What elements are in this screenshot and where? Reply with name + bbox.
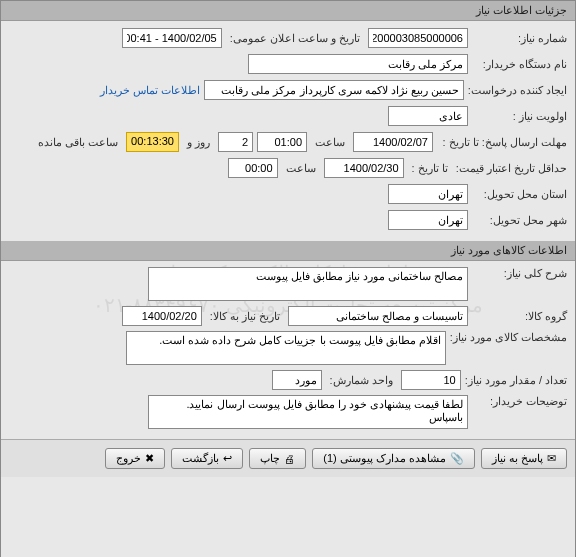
unit-label: واحد شمارش: <box>326 374 397 387</box>
row-buyer-note: توضیحات خریدار: <box>9 395 567 429</box>
public-datetime-field[interactable] <box>122 28 222 48</box>
exit-button-label: خروج <box>116 452 141 465</box>
back-button-label: بازگشت <box>182 452 219 465</box>
row-buyer-org: نام دستگاه خریدار: <box>9 53 567 75</box>
public-datetime-label: تاریخ و ساعت اعلان عمومی: <box>226 32 364 45</box>
deadline-label: مهلت ارسال پاسخ: تا تاریخ : <box>437 136 567 149</box>
row-province: استان محل تحویل: <box>9 183 567 205</box>
spec-label: مشخصات کالای مورد نیاز: <box>450 331 567 344</box>
blank-area <box>1 477 575 557</box>
attachments-icon: 📎 <box>450 452 464 465</box>
row-group: گروه کالا: تاریخ نیاز به کالا: <box>9 305 567 327</box>
row-need-number: شماره نیاز: تاریخ و ساعت اعلان عمومی: <box>9 27 567 49</box>
row-priority: اولویت نیاز : <box>9 105 567 127</box>
remaining-time: 00:13:30 <box>126 132 179 152</box>
group-field[interactable] <box>288 306 468 326</box>
group-label: گروه کالا: <box>472 310 567 323</box>
desc-label: شرح کلی نیاز: <box>472 267 567 280</box>
button-bar: ✉ پاسخ به نیاز 📎 مشاهده مدارک پیوستی (1)… <box>1 439 575 477</box>
row-spec: مشخصات کالای مورد نیاز: <box>9 331 567 365</box>
need-number-field[interactable] <box>368 28 468 48</box>
validity-time-label: ساعت <box>282 162 320 175</box>
days-field[interactable] <box>218 132 253 152</box>
city-field[interactable] <box>388 210 468 230</box>
section1-header: جزئیات اطلاعات نیاز <box>1 1 575 21</box>
back-button[interactable]: ↩ بازگشت <box>171 448 243 469</box>
deadline-date-field[interactable] <box>353 132 433 152</box>
section2-header: اطلاعات کالاهای مورد نیاز <box>1 241 575 261</box>
need-date-field[interactable] <box>122 306 202 326</box>
deadline-time-field[interactable] <box>257 132 307 152</box>
priority-label: اولویت نیاز : <box>472 110 567 123</box>
validity-label: حداقل تاریخ اعتبار قیمت: <box>456 162 567 175</box>
unit-field[interactable] <box>272 370 322 390</box>
buyer-org-field[interactable] <box>248 54 468 74</box>
row-desc: شرح کلی نیاز: <box>9 267 567 301</box>
row-requester: ایجاد کننده درخواست: اطلاعات تماس خریدار <box>9 79 567 101</box>
attachments-button[interactable]: 📎 مشاهده مدارک پیوستی (1) <box>312 448 475 469</box>
reply-button-label: پاسخ به نیاز <box>492 452 543 465</box>
province-field[interactable] <box>388 184 468 204</box>
row-qty: تعداد / مقدار مورد نیاز: واحد شمارش: <box>9 369 567 391</box>
qty-field[interactable] <box>401 370 461 390</box>
print-icon: 🖨 <box>284 453 295 465</box>
exit-button[interactable]: ✖ خروج <box>105 448 165 469</box>
exit-icon: ✖ <box>145 452 154 465</box>
days-and-label: روز و <box>183 136 214 149</box>
buyer-note-field[interactable] <box>148 395 468 429</box>
section2-body: شرح کلی نیاز: گروه کالا: تاریخ نیاز به ک… <box>1 261 575 439</box>
buyer-contact-link[interactable]: اطلاعات تماس خریدار <box>100 84 200 97</box>
validity-time-field[interactable] <box>228 158 278 178</box>
priority-field[interactable] <box>388 106 468 126</box>
city-label: شهر محل تحویل: <box>472 214 567 227</box>
row-city: شهر محل تحویل: <box>9 209 567 231</box>
qty-label: تعداد / مقدار مورد نیاز: <box>465 374 567 387</box>
back-icon: ↩ <box>223 452 232 465</box>
print-button[interactable]: 🖨 چاپ <box>249 448 306 469</box>
section1-body: شماره نیاز: تاریخ و ساعت اعلان عمومی: نا… <box>1 21 575 241</box>
print-button-label: چاپ <box>260 452 280 465</box>
desc-field[interactable] <box>148 267 468 301</box>
row-deadline: مهلت ارسال پاسخ: تا تاریخ : ساعت روز و 0… <box>9 131 567 153</box>
buyer-note-label: توضیحات خریدار: <box>472 395 567 408</box>
reply-icon: ✉ <box>547 452 556 465</box>
requester-field[interactable] <box>204 80 464 100</box>
reply-button[interactable]: ✉ پاسخ به نیاز <box>481 448 567 469</box>
province-label: استان محل تحویل: <box>472 188 567 201</box>
validity-date-field[interactable] <box>324 158 404 178</box>
spec-field[interactable] <box>126 331 446 365</box>
need-number-label: شماره نیاز: <box>472 32 567 45</box>
deadline-time-label: ساعت <box>311 136 349 149</box>
buyer-org-label: نام دستگاه خریدار: <box>472 58 567 71</box>
remaining-label: ساعت باقی مانده <box>34 136 122 149</box>
need-date-label: تاریخ نیاز به کالا: <box>206 310 284 323</box>
requester-label: ایجاد کننده درخواست: <box>468 84 567 97</box>
validity-sub-label: تا تاریخ : <box>408 162 452 175</box>
attachments-button-label: مشاهده مدارک پیوستی (1) <box>323 452 446 465</box>
row-validity: حداقل تاریخ اعتبار قیمت: تا تاریخ : ساعت <box>9 157 567 179</box>
